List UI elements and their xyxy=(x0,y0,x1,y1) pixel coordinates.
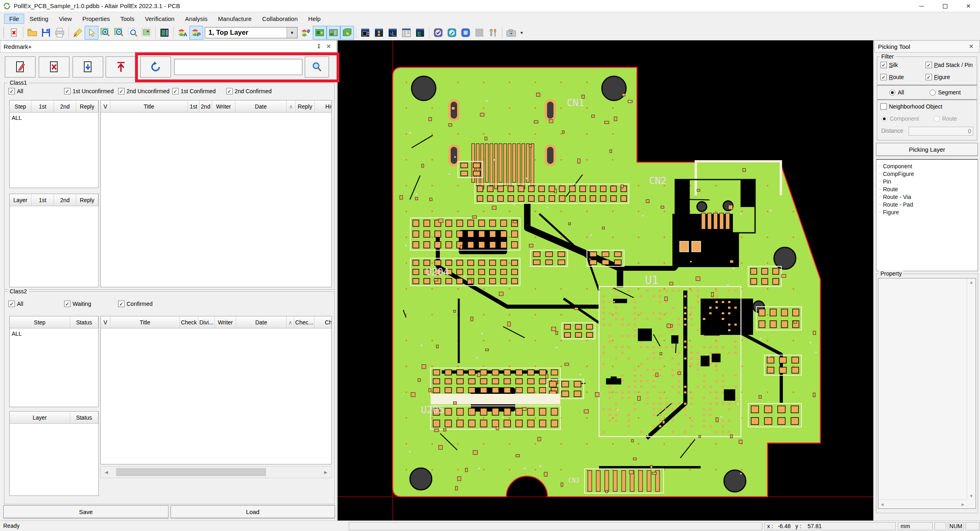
class1-1st-confirmed-checkbox[interactable]: ✓1st Confirmed xyxy=(172,88,226,94)
class1-2nd-unconfirmed-checkbox[interactable]: ✓2nd Unconfirmed xyxy=(118,88,172,94)
sort-indicator-header[interactable]: ∧ xyxy=(287,100,295,112)
column-header[interactable]: 1st xyxy=(188,100,200,112)
viewer-tool-button[interactable] xyxy=(459,26,472,40)
column-header[interactable]: V xyxy=(101,100,110,112)
board-view-button[interactable] xyxy=(158,26,171,40)
chevron-down-icon[interactable]: ▼ xyxy=(287,27,297,38)
column-header[interactable]: 1st xyxy=(31,194,54,206)
close-button[interactable]: ✕ xyxy=(957,0,980,12)
all-radio[interactable]: All xyxy=(889,89,930,96)
menu-file[interactable]: File xyxy=(4,14,24,24)
class1-layer-table[interactable]: Layer 1st 2nd Reply xyxy=(9,194,99,287)
layer-settings-button[interactable] xyxy=(299,26,313,40)
column-header[interactable]: Date xyxy=(235,100,287,112)
column-header[interactable]: Date xyxy=(236,316,287,328)
column-header[interactable]: Reply xyxy=(295,100,315,112)
redmark-delete-button[interactable] xyxy=(39,56,69,77)
maximize-button[interactable] xyxy=(933,0,957,12)
pin-icon[interactable] xyxy=(314,42,324,51)
scrollbar-thumb[interactable] xyxy=(116,468,266,476)
toolbar-overflow-arrow[interactable]: ▾ xyxy=(520,30,523,36)
pcb-view-2-button[interactable] xyxy=(327,26,340,40)
menu-collaboration[interactable]: Collaboration xyxy=(257,14,303,24)
pcb-paint-button[interactable] xyxy=(340,26,354,40)
zoom-window-button[interactable] xyxy=(126,26,139,40)
column-header[interactable]: Status xyxy=(70,412,98,423)
column-header[interactable]: Layer xyxy=(10,194,31,206)
column-header[interactable]: Title xyxy=(110,316,180,328)
close-document-button[interactable] xyxy=(7,26,21,40)
menu-properties[interactable]: Properties xyxy=(77,14,115,24)
zoom-out-button[interactable] xyxy=(112,26,126,40)
route-checkbox[interactable]: ✓Route xyxy=(880,74,904,80)
pcb-canvas[interactable]: CN1CN2U1U204U205CN3 xyxy=(338,40,873,521)
column-header[interactable]: Writer xyxy=(212,100,235,112)
column-header[interactable]: 1st xyxy=(31,100,54,112)
column-header[interactable]: Reply xyxy=(76,194,98,206)
class1-step-table[interactable]: Step 1st 2nd Reply ALL xyxy=(9,100,99,188)
pin-viewer-button[interactable] xyxy=(372,26,386,40)
segment-radio[interactable]: Segment xyxy=(930,89,961,96)
column-header[interactable]: Che... xyxy=(314,316,332,328)
class1-2nd-confirmed-checkbox[interactable]: ✓2nd Confirmed xyxy=(226,88,280,94)
column-header[interactable]: Layer xyxy=(10,412,70,423)
redmark-edit-button[interactable] xyxy=(5,56,35,77)
tree-item-compfigure[interactable]: CompFigure xyxy=(878,170,978,178)
class1-1st-unconfirmed-checkbox[interactable]: ✓1st Unconfirmed xyxy=(64,88,118,94)
class2-step-table[interactable]: Step Status ALL xyxy=(9,316,99,407)
redmark-import-button[interactable] xyxy=(73,56,103,77)
redmark-search-button[interactable] xyxy=(305,56,329,77)
column-header[interactable]: 2nd xyxy=(54,100,76,112)
scroll-right-icon[interactable]: ► xyxy=(320,466,331,478)
redmark-export-button[interactable] xyxy=(106,56,136,77)
column-header[interactable]: 2nd xyxy=(54,194,76,206)
pcb-view-1-button[interactable] xyxy=(313,26,327,40)
tree-item-component[interactable]: Component xyxy=(878,162,978,170)
column-header[interactable]: Title xyxy=(110,100,188,112)
property-list[interactable]: ▲▼ ◄► xyxy=(878,278,976,509)
neighborhood-object-checkbox[interactable]: ✓Neighborhood Object xyxy=(880,103,942,110)
sort-indicator-header[interactable]: ∧ xyxy=(287,316,294,328)
table-row[interactable]: ALL xyxy=(10,113,98,123)
save-button[interactable]: Save xyxy=(3,505,169,518)
zoom-in-button[interactable] xyxy=(98,26,112,40)
tree-item-pin[interactable]: Pin xyxy=(878,178,978,185)
class2-detail-table[interactable]: V Title Check Divi... Writer Date ∧ Chec… xyxy=(100,316,332,464)
bom-list-button[interactable] xyxy=(399,26,413,40)
redmark-search-input[interactable] xyxy=(174,59,302,75)
measure-button[interactable] xyxy=(71,26,85,40)
scroll-left-icon[interactable]: ◄ xyxy=(101,466,112,478)
picking-layer-button[interactable]: Picking Layer xyxy=(876,143,978,156)
menu-view[interactable]: View xyxy=(54,14,77,24)
zoom-fit-button[interactable] xyxy=(139,26,153,40)
class1-all-checkbox[interactable]: ✓All xyxy=(8,88,64,94)
column-header[interactable]: Check xyxy=(180,316,198,328)
tree-item-route-pad[interactable]: Route - Pad xyxy=(878,201,978,208)
layer-artwork-button[interactable]: A xyxy=(176,26,189,40)
column-header[interactable]: Hist... xyxy=(315,100,332,112)
redmark-refresh-button[interactable] xyxy=(140,56,171,77)
tree-item-route[interactable]: Route xyxy=(878,185,978,193)
menu-analysis[interactable]: Analysis xyxy=(180,14,213,24)
figure-checkbox[interactable]: ✓Figure xyxy=(926,74,950,80)
save-file-button[interactable] xyxy=(39,26,53,40)
class2-table-hscrollbar[interactable]: ◄ ► xyxy=(100,466,332,478)
snapshot-button[interactable] xyxy=(504,26,518,40)
layer-physical-button[interactable]: P xyxy=(189,26,203,40)
net-topology-button[interactable] xyxy=(413,26,427,40)
menu-help[interactable]: Help xyxy=(303,14,326,24)
select-cursor-button[interactable] xyxy=(85,26,98,40)
menu-manufacture[interactable]: Manufacture xyxy=(213,14,257,24)
options-tools-button[interactable] xyxy=(486,26,500,40)
class1-detail-table[interactable]: V Title 1st 2nd Writer Date ∧ Reply Hist… xyxy=(100,100,332,287)
tree-item-figure[interactable]: Figure xyxy=(878,208,978,216)
menu-setting[interactable]: Setting xyxy=(24,14,54,24)
edit-tool-button[interactable] xyxy=(445,26,459,40)
column-header[interactable]: Chec... xyxy=(294,316,314,328)
table-row[interactable]: ALL xyxy=(10,328,98,339)
silk-checkbox[interactable]: ✓Silk xyxy=(880,62,898,68)
panel-close-icon[interactable]: ✕ xyxy=(324,42,333,51)
class2-waiting-checkbox[interactable]: ✓Waiting xyxy=(64,301,118,307)
class2-all-checkbox[interactable]: ✓All xyxy=(8,301,64,307)
axis-view-button[interactable] xyxy=(386,26,399,40)
